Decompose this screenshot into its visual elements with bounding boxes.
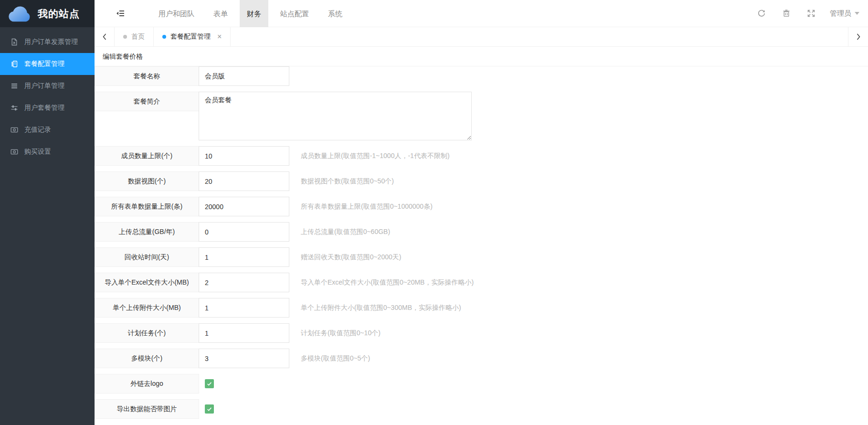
field-label: 导入单个Excel文件大小(MB) — [95, 273, 199, 292]
sidebar-item-4[interactable]: 充值记录 — [0, 119, 95, 141]
field-input[interactable] — [199, 66, 289, 86]
tabs: 首页套餐配置管理× — [115, 27, 231, 46]
invoice-file-icon — [11, 38, 18, 46]
banknote-icon — [11, 126, 18, 134]
content-area: 编辑套餐价格 套餐名称套餐简介会员套餐成员数量上限(个)成员数量上限(取值范围-… — [95, 47, 868, 425]
field-hint: 所有表单数据量上限(取值范围0~1000000条) — [301, 197, 433, 216]
tab-1[interactable]: 套餐配置管理× — [154, 27, 231, 46]
field-hint: 成员数量上限(取值范围-1~1000人，-1代表不限制) — [301, 146, 450, 166]
list-icon — [11, 82, 18, 90]
sidebar-item-label: 套餐配置管理 — [24, 60, 64, 68]
main-area: 用户和团队表单财务站点配置系统 管理员 — [95, 0, 868, 425]
form-row-11: 外链去logo — [95, 374, 868, 393]
field-label: 套餐简介 — [95, 92, 199, 111]
field-label: 导出数据能否带图片 — [95, 399, 199, 419]
sidebar-menu: 用户订单发票管理套餐配置管理用户订单管理用户套餐管理充值记录购买设置 — [0, 27, 95, 163]
top-nav-item-4[interactable]: 系统 — [321, 0, 349, 27]
field-label: 套餐名称 — [95, 66, 199, 86]
fullscreen-icon[interactable] — [807, 9, 815, 18]
sidebar-item-label: 购买设置 — [24, 148, 51, 156]
field-input[interactable] — [199, 273, 289, 292]
top-nav-items: 用户和团队表单财务站点配置系统 — [151, 0, 354, 27]
tab-label: 首页 — [131, 32, 145, 41]
field-label: 单个上传附件大小(MB) — [95, 298, 199, 318]
form-row-5: 上传总流量(GB/年)上传总流量(取值范围0~60GB) — [95, 222, 868, 242]
form-row-7: 导入单个Excel文件大小(MB)导入单个Excel文件大小(取值范围0~20M… — [95, 273, 868, 292]
form-row-3: 数据视图(个)数据视图个数(取值范围0~50个) — [95, 171, 868, 191]
tab-bar: 首页套餐配置管理× — [95, 27, 868, 47]
field-input[interactable] — [199, 247, 289, 267]
site-logo[interactable]: 我的站点 — [0, 0, 95, 27]
field-input[interactable] — [199, 171, 289, 191]
field-hint: 计划任务(取值范围0~10个) — [301, 323, 381, 343]
collapse-menu-icon[interactable] — [116, 9, 125, 18]
sidebar-item-label: 用户套餐管理 — [24, 104, 64, 112]
top-nav-item-0[interactable]: 用户和团队 — [151, 0, 201, 27]
field-label: 回收站时间(天) — [95, 247, 199, 267]
sidebar-item-3[interactable]: 用户套餐管理 — [0, 97, 95, 119]
form-row-1: 套餐简介会员套餐 — [95, 92, 868, 140]
field-hint: 数据视图个数(取值范围0~50个) — [301, 171, 394, 191]
form-row-12: 导出数据能否带图片 — [95, 399, 868, 419]
refresh-icon[interactable] — [757, 9, 766, 18]
form-row-2: 成员数量上限(个)成员数量上限(取值范围-1~1000人，-1代表不限制) — [95, 146, 868, 166]
close-icon[interactable]: × — [217, 33, 222, 41]
field-input[interactable] — [199, 323, 289, 343]
site-title: 我的站点 — [38, 7, 80, 21]
form-row-10: 多模块(个)多模块(取值范围0~5个) — [95, 349, 868, 368]
field-hint: 导入单个Excel文件大小(取值范围0~20MB，实际操作略小) — [301, 273, 474, 292]
top-nav-item-3[interactable]: 站点配置 — [273, 0, 316, 27]
user-name: 管理员 — [830, 9, 851, 18]
field-label: 外链去logo — [95, 374, 199, 393]
field-input[interactable] — [199, 146, 289, 166]
top-nav-item-1[interactable]: 表单 — [206, 0, 235, 27]
user-menu[interactable]: 管理员 — [830, 9, 859, 18]
field-hint: 多模块(取值范围0~5个) — [301, 349, 370, 368]
tab-status-dot-icon — [162, 35, 166, 39]
top-nav: 用户和团队表单财务站点配置系统 管理员 — [95, 0, 868, 27]
field-hint: 赠送回收天数(取值范围0~2000天) — [301, 247, 401, 267]
package-icon — [11, 60, 18, 68]
form-row-4: 所有表单数据量上限(条)所有表单数据量上限(取值范围0~1000000条) — [95, 197, 868, 216]
field-input[interactable] — [199, 349, 289, 368]
app-window: 我的站点 用户订单发票管理套餐配置管理用户订单管理用户套餐管理充值记录购买设置 … — [0, 0, 868, 425]
field-label: 成员数量上限(个) — [95, 146, 199, 166]
sidebar: 我的站点 用户订单发票管理套餐配置管理用户订单管理用户套餐管理充值记录购买设置 — [0, 0, 95, 425]
sidebar-item-5[interactable]: 购买设置 — [0, 141, 95, 163]
field-label: 计划任务(个) — [95, 323, 199, 343]
field-label: 所有表单数据量上限(条) — [95, 197, 199, 216]
banknote-icon — [11, 148, 18, 156]
field-input[interactable] — [199, 298, 289, 318]
tab-0[interactable]: 首页 — [115, 27, 154, 46]
sidebar-item-label: 用户订单发票管理 — [24, 38, 78, 46]
field-input[interactable] — [199, 222, 289, 242]
form-row-9: 计划任务(个)计划任务(取值范围0~10个) — [95, 323, 868, 343]
form-row-6: 回收站时间(天)赠送回收天数(取值范围0~2000天) — [95, 247, 868, 267]
field-label: 数据视图(个) — [95, 171, 199, 191]
sidebar-item-label: 用户订单管理 — [24, 82, 64, 90]
chevron-right-icon[interactable] — [848, 27, 868, 46]
tab-status-dot-icon — [123, 35, 127, 39]
sidebar-item-1[interactable]: 套餐配置管理 — [0, 53, 95, 75]
field-textarea[interactable]: 会员套餐 — [199, 92, 472, 140]
field-label: 多模块(个) — [95, 349, 199, 368]
field-hint: 上传总流量(取值范围0~60GB) — [301, 222, 390, 242]
trash-icon[interactable] — [782, 9, 791, 18]
sidebar-item-0[interactable]: 用户订单发票管理 — [0, 31, 95, 53]
field-input[interactable] — [199, 197, 289, 216]
form-title: 编辑套餐价格 — [95, 47, 868, 66]
sidebar-item-2[interactable]: 用户订单管理 — [0, 75, 95, 97]
field-label: 上传总流量(GB/年) — [95, 222, 199, 242]
sliders-icon — [11, 104, 18, 112]
caret-down-icon — [855, 12, 859, 15]
cloud-icon — [6, 5, 33, 22]
top-nav-right: 管理员 — [741, 9, 868, 18]
form-row-8: 单个上传附件大小(MB)单个上传附件大小(取值范围0~300MB，实际操作略小) — [95, 298, 868, 318]
form-body: 套餐名称套餐简介会员套餐成员数量上限(个)成员数量上限(取值范围-1~1000人… — [95, 66, 868, 419]
chevron-left-icon[interactable] — [95, 27, 115, 46]
checkbox-checked[interactable] — [205, 379, 214, 388]
field-hint: 单个上传附件大小(取值范围0~300MB，实际操作略小) — [301, 298, 461, 318]
top-nav-item-2[interactable]: 财务 — [240, 0, 268, 27]
checkbox-checked[interactable] — [205, 404, 214, 414]
sidebar-item-label: 充值记录 — [24, 126, 51, 134]
